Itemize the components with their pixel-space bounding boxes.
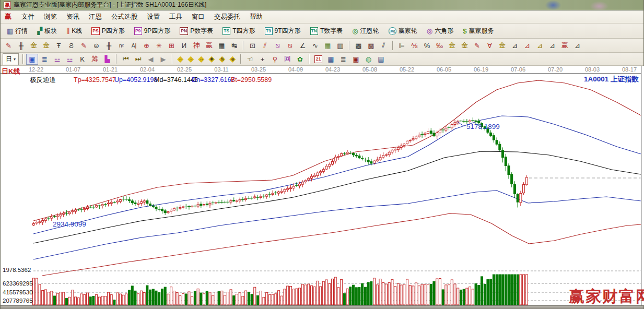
box-fan-icon[interactable]: ⧅ <box>272 40 284 51</box>
chart-window-icon[interactable]: ▣ <box>26 54 38 65</box>
zoom-vertical-icon[interactable]: ◆⇅ <box>217 54 227 65</box>
pan-left-icon[interactable]: ◆← <box>175 54 185 65</box>
fan-lines-icon[interactable]: ⫽ <box>259 40 271 51</box>
menu-item-7[interactable]: 工具 <box>165 11 187 23</box>
report-icon[interactable]: ≣ <box>39 54 51 65</box>
t-number-table-button[interactable]: TNT数字表 <box>306 25 347 37</box>
chip-distribution-icon[interactable]: 筹 <box>89 54 101 65</box>
prev-bar-icon[interactable]: ◀ <box>145 54 157 65</box>
sector-button[interactable]: ▞板块 <box>33 25 61 37</box>
tick-ruler-icon[interactable]: ╫ <box>103 40 115 51</box>
gold-line-icon[interactable]: 金 <box>459 40 471 51</box>
quotes-button[interactable]: ▦行情 <box>3 25 32 37</box>
volume-series[interactable] <box>33 275 528 305</box>
box-fan2-icon[interactable]: ⧅ <box>284 40 296 51</box>
percent-strike-icon[interactable]: ⅍ <box>408 40 420 51</box>
zoom-horizontal-icon[interactable]: ◆↔ <box>196 54 206 65</box>
span-arrow-icon[interactable]: ↹ <box>228 40 240 51</box>
spiral-icon[interactable]: Ƨ <box>65 40 77 51</box>
square-number-icon[interactable]: n² <box>115 40 127 51</box>
n-wave-icon[interactable]: И <box>178 40 190 51</box>
ninet-square-button[interactable]: T99T四方形 <box>261 25 305 37</box>
hand-tool-icon[interactable]: ☜ <box>244 54 256 65</box>
export-icon[interactable]: ▤ <box>375 54 387 65</box>
grid-box-icon[interactable]: ▥ <box>334 40 346 51</box>
e-gauge-icon[interactable]: ⊫ <box>396 40 408 51</box>
p-number-table-button[interactable]: PNP数字表 <box>175 25 217 37</box>
hatch-grid-icon[interactable]: ▩ <box>353 40 365 51</box>
golden-grid-icon[interactable]: 金 <box>28 40 40 51</box>
speed-angle-icon[interactable]: ⊿ <box>546 40 558 51</box>
k-style-icon[interactable]: K <box>76 54 88 65</box>
gann-wheel-button[interactable]: ◎江恩轮 <box>348 25 383 37</box>
gold-circle-icon[interactable]: 金 <box>446 40 458 51</box>
angle-icon[interactable]: ∠ <box>297 40 309 51</box>
box-handle-icon[interactable]: ⊡ <box>247 40 259 51</box>
zoom-all-icon[interactable]: ◆✚ <box>207 54 217 65</box>
color-histogram-icon[interactable]: ▙ <box>101 54 113 65</box>
menu-item-10[interactable]: 帮助 <box>245 11 267 23</box>
red-pen-icon[interactable]: ✎ <box>78 40 90 51</box>
minute9-bars-icon[interactable]: ⚍ <box>64 54 76 65</box>
zoom-full-icon[interactable]: ◆⊕ <box>228 54 238 65</box>
crosshair-circle-icon[interactable]: ⊕ <box>140 40 153 51</box>
kline-button[interactable]: ⫼K线 <box>62 25 86 37</box>
pan-right-icon[interactable]: ◆→ <box>186 54 196 65</box>
hexagon-button[interactable]: ◎六角形 <box>423 25 458 37</box>
p-square-button[interactable]: PSP四方形 <box>87 25 128 37</box>
knot-icon[interactable]: ✿ <box>294 54 306 65</box>
calendar-icon[interactable]: 21 <box>312 54 324 65</box>
dense-grid-icon[interactable]: ▦ <box>322 40 334 51</box>
kline-chart[interactable]: 12-2201-0701-2102-0402-2503-1103-2504-09… <box>1 66 644 305</box>
menu-item-2[interactable]: 浏览 <box>39 11 62 23</box>
brush-icon[interactable]: ✎ <box>471 40 483 51</box>
permille-icon[interactable]: ‰ <box>434 40 446 51</box>
stamp-icon[interactable]: 回 <box>282 54 294 65</box>
minute3-bars-icon[interactable]: ⚍ <box>51 54 63 65</box>
golden-grid2-icon[interactable]: 金 <box>40 40 52 51</box>
menu-item-3[interactable]: 资讯 <box>62 11 84 23</box>
menu-item-1[interactable]: 文件 <box>17 11 39 23</box>
winner-service-button[interactable]: $赢家服务 <box>459 25 498 37</box>
menu-item-9[interactable]: 交易委托 <box>209 11 245 23</box>
square-web-icon[interactable]: ⊞ <box>166 40 178 51</box>
star-web-icon[interactable]: ✳ <box>153 40 165 51</box>
calculator-icon[interactable]: ▦ <box>325 54 337 65</box>
menu-item-4[interactable]: 江恩 <box>84 11 107 23</box>
crosshair-tool-icon[interactable]: + <box>256 54 268 65</box>
av-tool-icon[interactable]: ∀ <box>484 40 496 51</box>
ying-tool-icon[interactable]: 赢 <box>203 40 215 51</box>
gold-angle2-icon[interactable]: ⊿ <box>534 40 546 51</box>
angle-a-icon[interactable]: A| <box>128 40 140 51</box>
menu-item-6[interactable]: 设置 <box>142 11 165 23</box>
menu-item-5[interactable]: 公式选股 <box>107 11 142 23</box>
circle-ruler-icon[interactable]: ⊜ <box>90 40 102 51</box>
percent-icon[interactable]: % <box>421 40 433 51</box>
m-angle-icon[interactable]: ⊿ <box>571 40 583 51</box>
chart-area[interactable]: 12-2201-0701-2102-0402-2503-1103-2504-09… <box>1 66 644 305</box>
magnifier-icon[interactable]: ⚲ <box>269 54 281 65</box>
j-angle-icon[interactable]: ⊿ <box>509 40 521 51</box>
ying-angle-icon[interactable]: 赢 <box>559 40 571 51</box>
candlestick-series[interactable] <box>33 117 528 226</box>
first-bar-icon[interactable]: ⏮ <box>120 54 132 65</box>
scale-ruler-icon[interactable]: ╫ <box>15 40 27 51</box>
ninep-square-button[interactable]: P99P四方形 <box>130 25 175 37</box>
grid-123-icon[interactable]: ▦ <box>216 40 228 51</box>
menu-item-8[interactable]: 窗口 <box>187 11 209 23</box>
hatch-grid2-icon[interactable]: ▩ <box>365 40 377 51</box>
data-download-icon[interactable]: ◍ <box>362 54 374 65</box>
shen-tool-icon[interactable]: 神 <box>191 40 203 51</box>
last-bar-icon[interactable]: ⏭ <box>132 54 144 65</box>
slash-lines-icon[interactable]: ⫽ <box>378 40 390 51</box>
t-tool-icon[interactable]: Ŧ <box>53 40 65 51</box>
wave-icon[interactable]: ∿ <box>309 40 321 51</box>
winner-wheel-button[interactable]: Big赢家轮 <box>384 25 421 37</box>
gold-angle-icon[interactable]: 金 <box>496 40 508 51</box>
f-angle-icon[interactable]: ⊿ <box>521 40 533 51</box>
notes-icon[interactable]: ≣ <box>337 54 349 65</box>
draw-pen-icon[interactable]: ✎ <box>3 40 15 51</box>
save-icon[interactable]: ▣ <box>350 54 362 65</box>
next-bar-icon[interactable]: ▶ <box>157 54 169 65</box>
t-square-button[interactable]: TST四方形 <box>218 25 259 37</box>
